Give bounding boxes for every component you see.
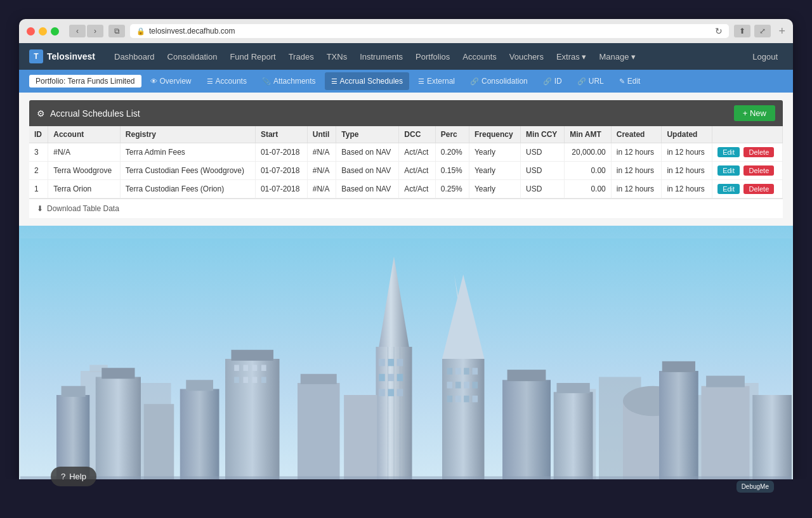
cell-until: #N/A <box>307 180 336 198</box>
tab-url[interactable]: 🔗 URL <box>571 72 610 90</box>
cell-min-ccy: USD <box>521 162 565 180</box>
svg-rect-53 <box>464 396 469 402</box>
download-icon: ⬇ <box>37 204 43 213</box>
col-dcc: DCC <box>399 126 435 143</box>
skyline-svg <box>19 238 793 479</box>
nav-logout[interactable]: Logout <box>747 52 783 62</box>
svg-rect-14 <box>186 380 213 391</box>
col-min-ccy: Min CCY <box>521 126 565 143</box>
svg-rect-23 <box>252 377 258 384</box>
svg-rect-67 <box>706 376 745 387</box>
nav-dashboard[interactable]: Dashboard <box>108 43 161 70</box>
traffic-lights <box>27 27 59 36</box>
help-button[interactable]: ? Help <box>51 467 96 479</box>
share-button[interactable]: ⬆ <box>734 25 750 37</box>
svg-rect-37 <box>379 389 385 396</box>
tab-accrual-schedules[interactable]: ☰ Accrual Schedules <box>325 72 409 90</box>
delete-button[interactable]: Delete <box>743 165 774 176</box>
nav-fund-report[interactable]: Fund Report <box>223 43 282 70</box>
svg-rect-16 <box>232 350 274 361</box>
consolidation-icon: 🔗 <box>470 77 479 86</box>
svg-rect-55 <box>298 383 340 479</box>
accounts-icon: ☰ <box>207 77 213 86</box>
edit-button[interactable]: Edit <box>717 165 740 176</box>
nav-portfolios[interactable]: Portfolios <box>409 43 456 70</box>
lock-icon: 🔒 <box>136 27 145 36</box>
tab-attachments-label: Attachments <box>273 77 316 86</box>
svg-rect-21 <box>234 377 239 384</box>
nav-consolidation[interactable]: Consolidation <box>161 43 224 70</box>
col-min-amt: Min AMT <box>565 126 611 143</box>
cell-frequency: Yearly <box>469 143 520 162</box>
breadcrumb-row: Portfolio: Terra Funds Limited 👁 Overvie… <box>19 70 793 93</box>
edit-button[interactable]: Edit <box>717 147 740 157</box>
cell-id: 2 <box>29 162 48 180</box>
cell-created: in 12 hours <box>611 162 662 180</box>
attachments-icon: 📎 <box>262 77 271 86</box>
minimize-button[interactable] <box>39 27 47 36</box>
help-label: Help <box>69 472 86 479</box>
accrual-icon: ☰ <box>331 77 337 86</box>
tab-consolidation[interactable]: 🔗 Consolidation <box>464 72 534 90</box>
cell-perc: 0.25% <box>435 180 469 198</box>
tab-external[interactable]: ☰ External <box>412 72 461 90</box>
svg-rect-58 <box>502 380 551 479</box>
col-frequency: Frequency <box>469 126 520 143</box>
list-header: ⚙ Accrual Schedules List + New <box>29 100 783 126</box>
tab-id[interactable]: 🔗 ID <box>537 72 568 90</box>
svg-rect-51 <box>447 396 453 402</box>
new-button[interactable]: + New <box>734 105 775 121</box>
delete-button[interactable]: Delete <box>743 147 774 157</box>
cell-frequency: Yearly <box>469 162 520 180</box>
cell-start: 01-07-2018 <box>255 180 307 198</box>
nav-trades[interactable]: Trades <box>282 43 320 70</box>
edit-button[interactable]: Edit <box>717 184 740 194</box>
cell-type: Based on NAV <box>336 162 399 180</box>
svg-rect-31 <box>379 359 385 366</box>
tab-accrual-label: Accrual Schedules <box>340 77 403 86</box>
table-row: 1 Terra Orion Terra Custodian Fees (Orio… <box>29 180 783 198</box>
cell-min-amt: 0.00 <box>565 162 611 180</box>
fullscreen-button[interactable]: ⤢ <box>754 25 771 37</box>
cell-dcc: Act/Act <box>399 143 435 162</box>
cell-min-amt: 0.00 <box>565 180 611 198</box>
cell-actions: Edit Delete <box>712 180 783 198</box>
cell-account: Terra Orion <box>48 180 121 198</box>
svg-rect-9 <box>62 386 86 397</box>
tab-external-label: External <box>427 77 455 86</box>
tab-overview[interactable]: 👁 Overview <box>144 72 198 90</box>
col-actions <box>712 126 783 143</box>
browser-actions: ⬆ ⤢ <box>734 25 771 37</box>
window-toggle-button[interactable]: ⧉ <box>108 25 125 37</box>
nav-instruments[interactable]: Instruments <box>353 43 409 70</box>
col-id: ID <box>29 126 48 143</box>
nav-accounts[interactable]: Accounts <box>456 43 502 70</box>
svg-rect-33 <box>397 359 403 366</box>
new-tab-button[interactable]: + <box>778 25 785 38</box>
forward-button[interactable]: › <box>87 25 103 37</box>
nav-manage[interactable]: Manage ▾ <box>593 43 642 70</box>
tab-attachments[interactable]: 📎 Attachments <box>256 72 322 90</box>
reload-button[interactable]: ↻ <box>715 26 723 36</box>
address-bar[interactable]: 🔒 telosinvest.decafhub.com ↻ <box>130 24 729 38</box>
nav-vouchers[interactable]: Vouchers <box>503 43 550 70</box>
svg-rect-18 <box>244 365 249 372</box>
maximize-button[interactable] <box>51 27 59 36</box>
download-row[interactable]: ⬇ Download Table Data <box>29 198 783 218</box>
nav-extras[interactable]: Extras ▾ <box>550 43 593 70</box>
url-icon: 🔗 <box>577 77 586 86</box>
close-button[interactable] <box>27 27 35 36</box>
tab-edit[interactable]: ✎ Edit <box>613 72 647 90</box>
tab-consolidation-label: Consolidation <box>481 77 528 86</box>
tab-accounts[interactable]: ☰ Accounts <box>200 72 253 90</box>
table-header-row: ID Account Registry Start Until Type DCC… <box>29 126 783 143</box>
cell-updated: in 12 hours <box>662 162 712 180</box>
svg-rect-50 <box>473 382 478 388</box>
top-nav: T Telosinvest Dashboard Consolidation Fu… <box>19 43 793 70</box>
app-title: Telosinvest <box>47 51 95 62</box>
nav-txns[interactable]: TXNs <box>320 43 354 70</box>
delete-button[interactable]: Delete <box>743 184 774 194</box>
back-button[interactable]: ‹ <box>69 25 86 37</box>
svg-rect-12 <box>144 404 174 479</box>
list-title: ⚙ Accrual Schedules List <box>37 108 140 119</box>
